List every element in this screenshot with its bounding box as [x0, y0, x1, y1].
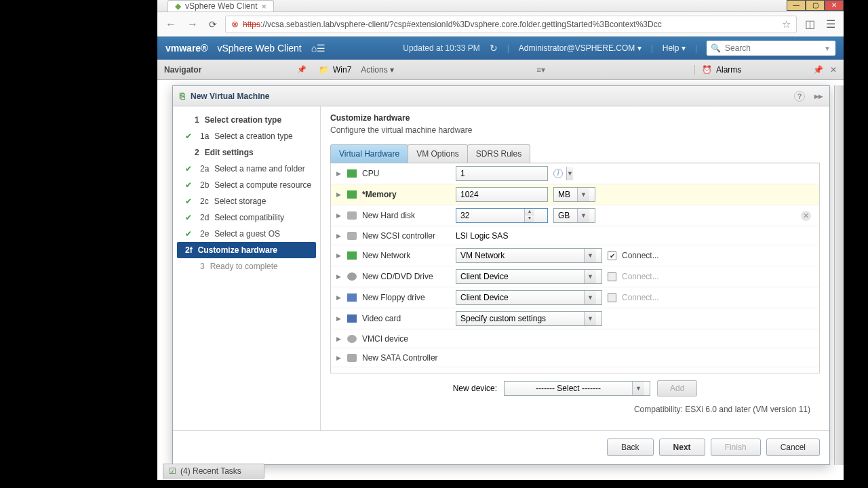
spin-up-icon[interactable]: ▲ — [525, 209, 534, 216]
expand-icon[interactable]: ▶ — [336, 336, 342, 342]
remove-disk-icon[interactable]: ✕ — [801, 211, 811, 221]
window-minimize-button[interactable]: — — [787, 0, 806, 11]
hw-row-disk: ▶ New Hard disk ▲▼ ▼ ✕ — [331, 205, 819, 226]
search-input[interactable] — [725, 43, 820, 53]
cpu-select[interactable]: ▼ — [456, 166, 548, 181]
alarms-pin-icon[interactable]: 📌 — [813, 65, 823, 75]
memory-input[interactable]: ▼ — [456, 187, 548, 202]
expand-icon[interactable]: ▶ — [336, 212, 342, 219]
window-maximize-button[interactable]: ▢ — [806, 0, 825, 11]
expand-icon[interactable]: ▶ — [336, 354, 342, 361]
pin-icon[interactable]: 📌 — [297, 65, 307, 74]
floppy-connect-checkbox — [608, 293, 616, 302]
url-field[interactable]: ⊗ https://vcsa.sebastien.lab/vsphere-cli… — [225, 16, 797, 33]
tab-vm-options[interactable]: VM Options — [408, 144, 468, 163]
back-arrow-icon[interactable]: ← — [163, 16, 179, 33]
floppy-icon — [347, 293, 357, 302]
compatibility-label: Compatibility: ESXi 6.0 and later (VM ve… — [330, 401, 820, 414]
step-2c[interactable]: ✔2c Select storage — [173, 193, 320, 209]
navigator-header: Navigator 📌 — [157, 65, 312, 75]
hw-row-cpu: ▶ CPU ▼ i — [331, 163, 819, 184]
cd-connect-checkbox — [608, 272, 616, 281]
info-icon[interactable]: i — [553, 169, 563, 178]
alarms-header: ⏰ Alarms 📌 ✕ — [694, 65, 844, 75]
step-1[interactable]: 1 Select creation type — [173, 112, 320, 128]
refresh-icon[interactable]: ↻ — [490, 43, 498, 54]
wizard-collapse-icon[interactable]: ▸▸ — [814, 92, 823, 101]
network-connect-checkbox[interactable]: ✔ — [608, 251, 616, 260]
recent-tasks-bar[interactable]: ☑ (4) Recent Tasks — [163, 464, 264, 479]
expand-icon[interactable]: ▶ — [336, 294, 342, 301]
disk-icon — [347, 211, 357, 220]
folder-icon: 📁 — [319, 65, 329, 75]
cancel-button[interactable]: Cancel — [766, 439, 820, 456]
expand-icon[interactable]: ▶ — [336, 315, 342, 322]
spin-down-icon[interactable]: ▼ — [525, 216, 534, 222]
forward-arrow-icon[interactable]: → — [184, 16, 201, 33]
browser-tab[interactable]: ◆ vSphere Web Client × — [167, 0, 274, 12]
disk-size-input[interactable]: ▲▼ — [456, 208, 548, 223]
window-close-button[interactable]: ✕ — [825, 0, 844, 11]
hw-row-scsi: ▶ New SCSI controller LSI Logic SAS — [331, 226, 819, 245]
alarms-close-icon[interactable]: ✕ — [830, 65, 837, 75]
back-button[interactable]: Back — [607, 439, 654, 456]
user-dropdown[interactable]: Administrator@VSPHERE.COM ▾ — [519, 43, 642, 53]
help-dropdown[interactable]: Help ▾ — [663, 43, 686, 53]
context-object[interactable]: 📁 Win7 — [312, 65, 351, 75]
step-2f-active[interactable]: 2f Customize hardware — [177, 242, 316, 258]
hw-row-video: ▶ Video card ▼ — [331, 308, 819, 329]
add-device-button: Add — [657, 380, 697, 396]
next-button[interactable]: Next — [659, 439, 705, 456]
scsi-icon — [347, 232, 357, 240]
expand-icon[interactable]: ▶ — [336, 273, 342, 280]
vsphere-favicon: ◆ — [175, 1, 181, 11]
floppy-connect-label: Connect... — [622, 293, 659, 302]
tab-sdrs-rules[interactable]: SDRS Rules — [467, 144, 530, 163]
finish-button: Finish — [711, 439, 761, 456]
expand-icon[interactable]: ▶ — [336, 252, 342, 259]
wizard-titlebar: ⎘ New Virtual Machine ? ▸▸ — [173, 86, 829, 106]
expand-icon[interactable]: ▶ — [336, 170, 342, 177]
browser-tab-bar: ◆ vSphere Web Client × — ▢ ✕ — [157, 0, 844, 12]
toolbar-menu-icon[interactable]: ≡▾ — [536, 65, 545, 75]
cd-select[interactable]: ▼ — [456, 269, 602, 284]
url-text: https://vcsa.sebastien.lab/vsphere-clien… — [243, 19, 662, 29]
hamburger-menu-icon[interactable]: ☰ — [823, 15, 838, 33]
memory-unit-select[interactable]: ▼ — [553, 187, 595, 202]
hw-row-sata: ▶ New SATA Controller — [331, 348, 819, 367]
step-1a[interactable]: ✔1a Select a creation type — [173, 128, 320, 144]
step-2b[interactable]: ✔2b Select a compute resource — [173, 177, 320, 193]
expand-icon[interactable]: ▶ — [336, 232, 342, 239]
step-2d[interactable]: ✔2d Select compatibility — [173, 209, 320, 226]
step-2e[interactable]: ✔2e Select a guest OS — [173, 226, 320, 242]
video-select[interactable]: ▼ — [456, 311, 602, 326]
actions-dropdown[interactable]: Actions ▾ — [361, 65, 394, 75]
hw-row-other: ▶ Other Devices — [331, 367, 819, 373]
network-select[interactable]: ▼ — [456, 248, 602, 263]
step-2a[interactable]: ✔2a Select a name and folder — [173, 161, 320, 177]
home-icon[interactable]: ⌂☰ — [311, 43, 326, 54]
vm-wizard-icon: ⎘ — [180, 91, 185, 101]
disk-unit-select[interactable]: ▼ — [553, 208, 595, 223]
bookmark-star-icon[interactable]: ☆ — [782, 18, 791, 30]
wizard-help-icon[interactable]: ? — [794, 91, 805, 102]
expand-icon[interactable]: ▶ — [336, 191, 342, 198]
search-dropdown-icon[interactable]: ▼ — [824, 45, 831, 52]
floppy-select[interactable]: ▼ — [456, 290, 602, 305]
reload-icon[interactable]: ⟳ — [206, 16, 220, 33]
extension-icon[interactable]: ◫ — [802, 15, 818, 33]
tab-close-icon[interactable]: × — [262, 1, 267, 12]
new-device-select[interactable]: ▼ — [504, 381, 650, 396]
cpu-icon — [347, 169, 357, 178]
vmware-logo: vmware® — [165, 43, 208, 54]
hw-row-cd: ▶ New CD/DVD Drive ▼ Connect... — [331, 266, 819, 287]
context-label: Win7 — [333, 65, 351, 75]
context-toolbar: Navigator 📌 📁 Win7 Actions ▾ ≡▾ ⏰ Alarms… — [157, 60, 844, 80]
step-2[interactable]: 2 Edit settings — [173, 144, 320, 161]
hardware-grid: ▶ CPU ▼ i ▶ *Memory ▼ ▼ ▶ — [330, 163, 820, 373]
right-scrollbar[interactable] — [834, 85, 844, 465]
tab-virtual-hardware[interactable]: Virtual Hardware — [330, 144, 408, 163]
global-search[interactable]: 🔍 ▼ — [707, 41, 835, 56]
window-buttons: — ▢ ✕ — [787, 0, 844, 11]
hardware-tabs: Virtual Hardware VM Options SDRS Rules — [330, 144, 820, 163]
